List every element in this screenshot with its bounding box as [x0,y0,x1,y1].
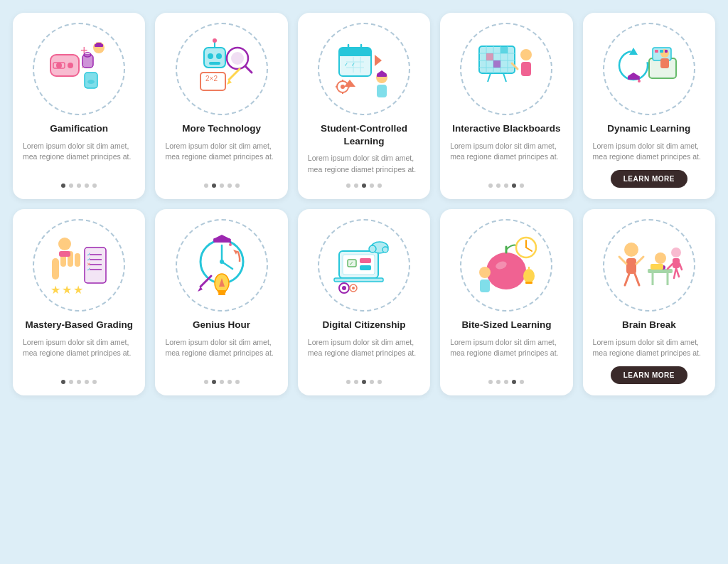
genius-hour-text: Lorem ipsum dolor sit dim amet, mea regi… [165,337,277,373]
svg-marker-37 [375,55,382,66]
bite-sized-learning-dot-0[interactable] [488,380,493,384]
card-more-technology: 2×2 More TechnologyLorem ipsum dolor sit… [155,13,287,199]
card-student-controlled-learning: ✓ ✓ Student-Controlled LearningLorem ips… [298,13,430,199]
card-brain-break: Brain BreakLorem ipsum dolor sit dim ame… [583,209,715,395]
svg-point-15 [216,53,222,59]
mastery-based-grading-title: Mastery-Based Grading [25,319,133,331]
svg-rect-118 [360,265,371,270]
svg-point-132 [479,267,491,278]
svg-rect-57 [486,53,493,60]
svg-text:★: ★ [50,284,60,296]
bite-sized-learning-dot-1[interactable] [496,380,500,384]
genius-hour-dot-3[interactable] [228,380,232,384]
svg-rect-40 [377,85,387,97]
bite-sized-learning-dots [488,380,524,384]
card-genius-hour: Genius HourLorem ipsum dolor sit dim ame… [155,209,287,395]
svg-rect-108 [218,293,225,295]
digital-citizenship-dot-2[interactable] [362,380,366,384]
svg-rect-82 [75,253,80,267]
svg-rect-70 [655,50,658,53]
svg-rect-96 [59,251,70,257]
svg-rect-59 [493,60,500,68]
svg-marker-111 [198,287,203,292]
digital-citizenship-dot-0[interactable] [346,380,350,384]
svg-text:★: ★ [62,284,72,296]
svg-text:✓: ✓ [344,62,348,67]
genius-hour-icon-area [176,219,268,312]
svg-text:✓: ✓ [87,252,91,257]
gamification-icon-area: + ✕ [33,23,125,115]
bite-sized-learning-dot-2[interactable] [504,380,508,384]
more-technology-text: Lorem ipsum dolor sit dim amet, mea regi… [165,141,277,177]
gamification-dot-2[interactable] [77,183,81,188]
mastery-based-grading-dot-1[interactable] [69,380,73,384]
brain-break-text: Lorem ipsum dolor sit dim amet, mea regi… [593,337,705,360]
digital-citizenship-text: Lorem ipsum dolor sit dim amet, mea regi… [308,337,420,373]
more-technology-dot-1[interactable] [212,183,216,188]
genius-hour-dots [204,380,240,384]
mastery-based-grading-dots [61,380,97,384]
interactive-blackboards-dot-3[interactable] [512,183,516,188]
student-controlled-learning-dot-0[interactable] [346,183,350,188]
digital-citizenship-dot-1[interactable] [354,380,358,384]
interactive-blackboards-title: Interactive Blackboards [452,122,560,135]
svg-line-141 [625,274,629,285]
digital-citizenship-dot-4[interactable] [378,380,382,384]
gamification-dot-0[interactable] [61,183,65,188]
svg-line-152 [680,264,682,270]
svg-point-149 [671,248,681,257]
mastery-based-grading-icon-area: ★ ★ ★ ✓ ✓ ✕ ✓ [33,219,125,312]
card-digital-citizenship: ✓ Digital CitizenshipLorem ipsum dolor s… [298,209,430,395]
student-controlled-learning-dot-2[interactable] [362,183,366,188]
more-technology-dot-3[interactable] [228,183,232,188]
svg-rect-16 [209,62,220,65]
brain-break-learn-more-button[interactable]: LEARN MORE [611,366,687,384]
svg-text:2×2: 2×2 [205,75,218,83]
mastery-based-grading-dot-0[interactable] [61,380,65,384]
dynamic-learning-title: Dynamic Learning [607,122,690,135]
gamification-dot-1[interactable] [69,183,73,188]
gamification-dots [61,183,97,188]
svg-line-110 [200,276,211,287]
more-technology-dots [204,183,240,188]
genius-hour-dot-0[interactable] [204,380,208,384]
interactive-blackboards-dot-2[interactable] [504,183,508,188]
digital-citizenship-dot-3[interactable] [370,380,374,384]
svg-text:★: ★ [73,284,83,296]
svg-marker-103 [213,235,230,239]
svg-line-24 [229,69,240,80]
student-controlled-learning-dot-3[interactable] [370,183,374,188]
genius-hour-dot-1[interactable] [212,380,216,384]
dynamic-learning-learn-more-button[interactable]: LEARN MORE [611,170,687,188]
svg-marker-42 [377,70,387,74]
student-controlled-learning-dot-1[interactable] [354,183,358,188]
more-technology-dot-4[interactable] [235,183,240,188]
genius-hour-dot-4[interactable] [235,380,240,384]
svg-rect-148 [651,264,663,270]
student-controlled-learning-dot-4[interactable] [378,183,382,188]
gamification-dot-4[interactable] [92,183,97,188]
mastery-based-grading-dot-2[interactable] [77,380,81,384]
svg-line-140 [636,257,643,264]
svg-line-100 [222,262,232,269]
interactive-blackboards-dot-1[interactable] [496,183,500,188]
gamification-dot-3[interactable] [85,183,89,188]
interactive-blackboards-dot-4[interactable] [520,183,524,188]
bite-sized-learning-dot-3[interactable] [512,380,516,384]
interactive-blackboards-dot-0[interactable] [488,183,493,188]
student-controlled-learning-text: Lorem ipsum dolor sit dim amet, mea regi… [308,153,420,176]
mastery-based-grading-dot-3[interactable] [85,380,89,384]
more-technology-dot-2[interactable] [220,183,224,188]
svg-line-151 [668,264,673,269]
svg-line-63 [488,73,491,82]
more-technology-dot-0[interactable] [204,183,208,188]
bite-sized-learning-dot-4[interactable] [520,380,524,384]
genius-hour-dot-2[interactable] [220,380,224,384]
svg-text:✕: ✕ [87,262,91,267]
mastery-based-grading-dot-4[interactable] [92,380,97,384]
card-mastery-based-grading: ★ ★ ★ ✓ ✓ ✕ ✓ Mastery-Based GradingLorem… [13,209,145,395]
card-dynamic-learning: Dynamic LearningLorem ipsum dolor sit di… [583,13,715,199]
svg-point-123 [342,286,346,290]
bite-sized-learning-icon-area [460,219,552,312]
digital-citizenship-icon-area: ✓ [318,219,410,312]
